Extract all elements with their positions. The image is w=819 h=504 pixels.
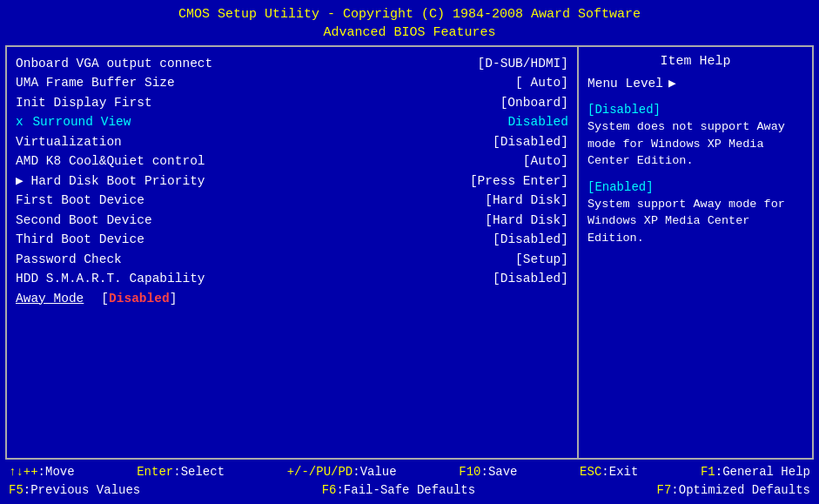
menu-level-row: Menu Level ▶ (587, 76, 803, 91)
footer-select: Enter:Select (137, 463, 225, 482)
menu-item-surround-view[interactable]: x Surround View Disabled (16, 112, 568, 131)
menu-level-label: Menu Level (587, 77, 663, 91)
second-boot-value: [Hard Disk] (485, 211, 568, 230)
item-help-title: Item Help (587, 54, 803, 69)
menu-item-amd-k8[interactable]: AMD K8 Cool&Quiet control [Auto] (16, 151, 568, 171)
help-section-disabled: [Disabled] System does not support Away … (587, 103, 803, 170)
first-boot-value: [Hard Disk] (485, 191, 568, 210)
footer-optimized: F7:Optimized Defaults (657, 481, 810, 501)
footer-action-select: :Select (173, 465, 225, 479)
footer-prev: F5:Previous Values (9, 481, 140, 501)
uma-frame-label: UMA Frame Buffer Size (16, 73, 175, 92)
second-boot-label: Second Boot Device (16, 211, 152, 230)
footer: ↑↓++:Move Enter:Select +/-/PU/PD:Value F… (0, 460, 819, 504)
away-mode-label: Away Mode (16, 289, 84, 308)
menu-item-virtualization[interactable]: Virtualization [Disabled] (16, 132, 568, 151)
right-panel: Item Help Menu Level ▶ [Disabled] System… (579, 47, 812, 458)
left-panel: Onboard VGA output connect [D-SUB/HDMI] … (7, 47, 579, 458)
footer-action-save: :Save (481, 465, 518, 479)
footer-key-save: F10 (459, 465, 480, 479)
help-section-enabled: [Enabled] System support Away mode for W… (587, 180, 803, 247)
menu-item-first-boot[interactable]: First Boot Device [Hard Disk] (16, 191, 568, 210)
password-check-value: [Setup] (515, 250, 568, 269)
virtualization-label: Virtualization (16, 132, 122, 151)
footer-key-help: F1 (701, 465, 715, 479)
surround-view-prefix: x (16, 115, 30, 129)
uma-frame-value: [ Auto] (515, 73, 568, 92)
surround-view-label: x Surround View (16, 112, 131, 131)
menu-item-password-check[interactable]: Password Check [Setup] (16, 250, 568, 269)
surround-view-value: Disabled (507, 112, 568, 131)
header: CMOS Setup Utility - Copyright (C) 1984-… (0, 0, 819, 45)
footer-key-value: +/-/PU/PD (287, 465, 353, 479)
footer-action-optimized: :Optimized Defaults (671, 483, 810, 497)
away-mode-bracket-close: ] (170, 292, 178, 306)
hdd-smart-label: HDD S.M.A.R.T. Capability (16, 269, 205, 288)
footer-key-failsafe: F6 (322, 483, 337, 497)
menu-item-uma-frame[interactable]: UMA Frame Buffer Size [ Auto] (16, 73, 568, 92)
help-disabled-text: System does not support Away mode for Wi… (587, 118, 803, 170)
away-mode-value: Disabled (109, 292, 170, 306)
help-disabled-label: [Disabled] (587, 103, 803, 117)
footer-action-help: :General Help (715, 465, 810, 479)
footer-failsafe: F6:Fail-Safe Defaults (322, 481, 475, 501)
footer-move: ↑↓++:Move (9, 463, 75, 482)
footer-action-prev: :Previous Values (23, 483, 140, 497)
footer-value: +/-/PU/PD:Value (287, 463, 397, 482)
footer-action-failsafe: :Fail-Safe Defaults (336, 483, 475, 497)
third-boot-label: Third Boot Device (16, 230, 144, 249)
password-check-label: Password Check (16, 250, 122, 269)
away-mode-bracket-open: [ (101, 292, 109, 306)
footer-action-move: :Move (38, 465, 75, 479)
footer-save: F10:Save (459, 463, 517, 482)
footer-key-optimized: F7 (657, 483, 672, 497)
footer-action-value: :Value (352, 465, 396, 479)
footer-key-select: Enter (137, 465, 173, 479)
footer-key-move: ↑↓++ (9, 465, 38, 479)
footer-key-exit: ESC (580, 465, 601, 479)
third-boot-value: [Disabled] (493, 230, 568, 249)
onboard-vga-label: Onboard VGA output connect (16, 54, 212, 73)
hard-disk-boot-value: [Press Enter] (470, 171, 568, 191)
screen: CMOS Setup Utility - Copyright (C) 1984-… (0, 0, 819, 504)
help-enabled-text: System support Away mode for Windows XP … (587, 196, 803, 247)
footer-key-prev: F5 (9, 483, 23, 497)
menu-level-arrow: ▶ (668, 76, 676, 91)
amd-k8-value: [Auto] (523, 151, 568, 171)
menu-item-hard-disk-boot[interactable]: Hard Disk Boot Priority [Press Enter] (16, 171, 568, 191)
main-area: Onboard VGA output connect [D-SUB/HDMI] … (5, 45, 814, 460)
footer-help: F1:General Help (701, 463, 810, 482)
menu-item-init-display[interactable]: Init Display First [Onboard] (16, 93, 568, 112)
hdd-smart-value: [Disabled] (493, 269, 568, 288)
init-display-value: [Onboard] (500, 93, 568, 112)
hard-disk-boot-label: Hard Disk Boot Priority (16, 171, 205, 191)
menu-item-hdd-smart[interactable]: HDD S.M.A.R.T. Capability [Disabled] (16, 269, 568, 288)
footer-action-exit: :Exit (601, 465, 638, 479)
footer-row1: ↑↓++:Move Enter:Select +/-/PU/PD:Value F… (9, 463, 810, 482)
footer-exit: ESC:Exit (580, 463, 638, 482)
help-enabled-label: [Enabled] (587, 180, 803, 194)
header-line2: Advanced BIOS Features (0, 24, 819, 42)
init-display-label: Init Display First (16, 93, 152, 112)
menu-item-third-boot[interactable]: Third Boot Device [Disabled] (16, 230, 568, 249)
virtualization-value: [Disabled] (493, 132, 568, 151)
menu-item-second-boot[interactable]: Second Boot Device [Hard Disk] (16, 211, 568, 230)
menu-item-onboard-vga[interactable]: Onboard VGA output connect [D-SUB/HDMI] (16, 54, 568, 73)
away-mode-value-container: [Disabled] (92, 289, 177, 308)
menu-item-away-mode[interactable]: Away Mode [Disabled] (16, 289, 568, 308)
first-boot-label: First Boot Device (16, 191, 144, 210)
footer-row2: F5:Previous Values F6:Fail-Safe Defaults… (9, 481, 810, 501)
onboard-vga-value: [D-SUB/HDMI] (478, 54, 568, 73)
header-line1: CMOS Setup Utility - Copyright (C) 1984-… (0, 5, 819, 24)
amd-k8-label: AMD K8 Cool&Quiet control (16, 151, 205, 171)
